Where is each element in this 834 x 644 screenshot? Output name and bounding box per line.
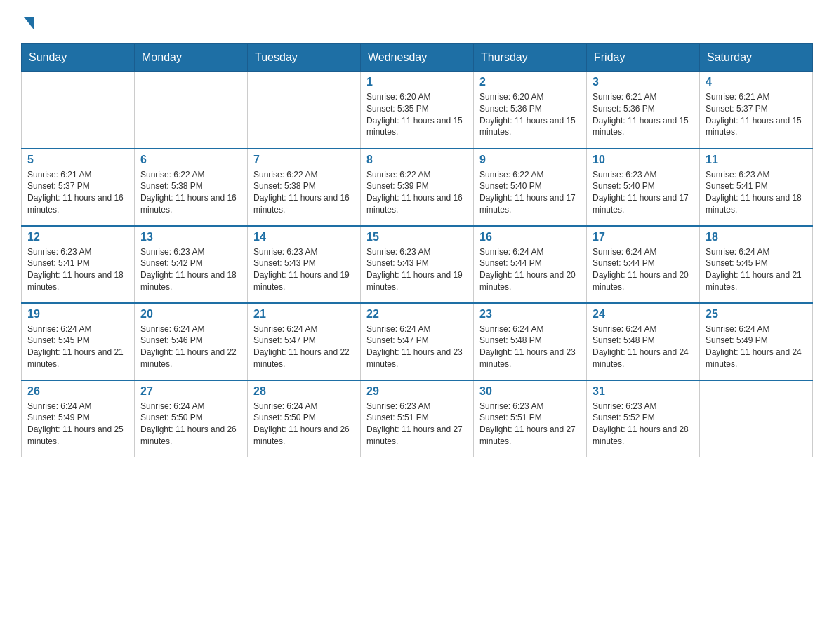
day-number: 18: [706, 231, 807, 243]
day-number: 24: [593, 308, 694, 321]
day-info: Sunrise: 6:23 AM Sunset: 5:51 PM Dayligh…: [366, 401, 468, 448]
day-info: Sunrise: 6:24 AM Sunset: 5:47 PM Dayligh…: [253, 323, 355, 370]
day-number: 9: [479, 154, 581, 166]
day-number: 5: [27, 154, 128, 166]
calendar-cell: 7Sunrise: 6:22 AM Sunset: 5:38 PM Daylig…: [248, 149, 361, 226]
weekday-header-tuesday: Tuesday: [248, 44, 361, 72]
day-info: Sunrise: 6:22 AM Sunset: 5:39 PM Dayligh…: [366, 169, 468, 216]
calendar-cell: 16Sunrise: 6:24 AM Sunset: 5:44 PM Dayli…: [474, 226, 587, 303]
day-info: Sunrise: 6:24 AM Sunset: 5:45 PM Dayligh…: [706, 246, 807, 293]
calendar-cell: 28Sunrise: 6:24 AM Sunset: 5:50 PM Dayli…: [248, 380, 361, 457]
calendar-cell: 12Sunrise: 6:23 AM Sunset: 5:41 PM Dayli…: [22, 226, 135, 303]
day-number: 16: [479, 231, 581, 243]
calendar-cell: 9Sunrise: 6:22 AM Sunset: 5:40 PM Daylig…: [474, 149, 587, 226]
week-row-4: 19Sunrise: 6:24 AM Sunset: 5:45 PM Dayli…: [22, 303, 813, 380]
calendar-cell: 10Sunrise: 6:23 AM Sunset: 5:40 PM Dayli…: [587, 149, 700, 226]
day-info: Sunrise: 6:21 AM Sunset: 5:36 PM Dayligh…: [593, 91, 694, 138]
day-number: 8: [366, 154, 468, 166]
calendar-cell: 26Sunrise: 6:24 AM Sunset: 5:49 PM Dayli…: [22, 380, 135, 457]
calendar-cell: 18Sunrise: 6:24 AM Sunset: 5:45 PM Dayli…: [700, 226, 813, 303]
calendar-table: SundayMondayTuesdayWednesdayThursdayFrid…: [21, 43, 813, 457]
day-info: Sunrise: 6:21 AM Sunset: 5:37 PM Dayligh…: [706, 91, 807, 138]
calendar-cell: 15Sunrise: 6:23 AM Sunset: 5:43 PM Dayli…: [361, 226, 474, 303]
calendar-cell: 29Sunrise: 6:23 AM Sunset: 5:51 PM Dayli…: [361, 380, 474, 457]
calendar-cell: 24Sunrise: 6:24 AM Sunset: 5:48 PM Dayli…: [587, 303, 700, 380]
calendar-cell: 25Sunrise: 6:24 AM Sunset: 5:49 PM Dayli…: [700, 303, 813, 380]
day-info: Sunrise: 6:24 AM Sunset: 5:44 PM Dayligh…: [593, 246, 694, 293]
day-number: 21: [253, 308, 355, 321]
week-row-5: 26Sunrise: 6:24 AM Sunset: 5:49 PM Dayli…: [22, 380, 813, 457]
calendar-cell: 14Sunrise: 6:23 AM Sunset: 5:43 PM Dayli…: [248, 226, 361, 303]
day-number: 27: [140, 385, 241, 398]
day-info: Sunrise: 6:23 AM Sunset: 5:41 PM Dayligh…: [27, 246, 128, 293]
day-number: 10: [593, 154, 694, 166]
weekday-header-sunday: Sunday: [22, 44, 135, 72]
calendar-cell: 17Sunrise: 6:24 AM Sunset: 5:44 PM Dayli…: [587, 226, 700, 303]
day-info: Sunrise: 6:24 AM Sunset: 5:48 PM Dayligh…: [479, 323, 581, 370]
day-info: Sunrise: 6:22 AM Sunset: 5:40 PM Dayligh…: [479, 169, 581, 216]
day-info: Sunrise: 6:22 AM Sunset: 5:38 PM Dayligh…: [140, 169, 241, 216]
day-number: 29: [366, 385, 468, 398]
day-info: Sunrise: 6:24 AM Sunset: 5:45 PM Dayligh…: [27, 323, 128, 370]
weekday-header-monday: Monday: [135, 44, 248, 72]
weekday-header-friday: Friday: [587, 44, 700, 72]
week-row-3: 12Sunrise: 6:23 AM Sunset: 5:41 PM Dayli…: [22, 226, 813, 303]
day-info: Sunrise: 6:24 AM Sunset: 5:49 PM Dayligh…: [27, 401, 128, 448]
day-number: 28: [253, 385, 355, 398]
day-number: 17: [593, 231, 694, 243]
day-number: 30: [479, 385, 581, 398]
calendar-cell: 2Sunrise: 6:20 AM Sunset: 5:36 PM Daylig…: [474, 72, 587, 149]
day-number: 20: [140, 308, 241, 321]
day-number: 31: [593, 385, 694, 398]
day-info: Sunrise: 6:21 AM Sunset: 5:37 PM Dayligh…: [27, 169, 128, 216]
calendar-cell: 30Sunrise: 6:23 AM Sunset: 5:51 PM Dayli…: [474, 380, 587, 457]
calendar-cell: 4Sunrise: 6:21 AM Sunset: 5:37 PM Daylig…: [700, 72, 813, 149]
day-info: Sunrise: 6:23 AM Sunset: 5:51 PM Dayligh…: [479, 401, 581, 448]
day-number: 23: [479, 308, 581, 321]
day-info: Sunrise: 6:24 AM Sunset: 5:46 PM Dayligh…: [140, 323, 241, 370]
day-number: 12: [27, 231, 128, 243]
day-info: Sunrise: 6:24 AM Sunset: 5:47 PM Dayligh…: [366, 323, 468, 370]
day-number: 26: [27, 385, 128, 398]
day-number: 15: [366, 231, 468, 243]
weekday-header-wednesday: Wednesday: [361, 44, 474, 72]
calendar-cell: 22Sunrise: 6:24 AM Sunset: 5:47 PM Dayli…: [361, 303, 474, 380]
calendar-cell: 31Sunrise: 6:23 AM Sunset: 5:52 PM Dayli…: [587, 380, 700, 457]
day-number: 3: [593, 76, 694, 88]
week-row-2: 5Sunrise: 6:21 AM Sunset: 5:37 PM Daylig…: [22, 149, 813, 226]
calendar-cell: 8Sunrise: 6:22 AM Sunset: 5:39 PM Daylig…: [361, 149, 474, 226]
day-number: 19: [27, 308, 128, 321]
day-number: 2: [479, 76, 581, 88]
logo: [21, 14, 34, 29]
page-header: [21, 14, 813, 29]
day-number: 4: [706, 76, 807, 88]
calendar-cell: 1Sunrise: 6:20 AM Sunset: 5:35 PM Daylig…: [361, 72, 474, 149]
calendar-cell: [700, 380, 813, 457]
day-info: Sunrise: 6:22 AM Sunset: 5:38 PM Dayligh…: [253, 169, 355, 216]
calendar-cell: [135, 72, 248, 149]
day-info: Sunrise: 6:24 AM Sunset: 5:50 PM Dayligh…: [140, 401, 241, 448]
calendar-cell: 27Sunrise: 6:24 AM Sunset: 5:50 PM Dayli…: [135, 380, 248, 457]
day-number: 22: [366, 308, 468, 321]
calendar-cell: 13Sunrise: 6:23 AM Sunset: 5:42 PM Dayli…: [135, 226, 248, 303]
calendar-cell: [22, 72, 135, 149]
calendar-cell: 19Sunrise: 6:24 AM Sunset: 5:45 PM Dayli…: [22, 303, 135, 380]
day-info: Sunrise: 6:23 AM Sunset: 5:41 PM Dayligh…: [706, 169, 807, 216]
calendar-cell: 3Sunrise: 6:21 AM Sunset: 5:36 PM Daylig…: [587, 72, 700, 149]
weekday-header-row: SundayMondayTuesdayWednesdayThursdayFrid…: [22, 44, 813, 72]
calendar-cell: 20Sunrise: 6:24 AM Sunset: 5:46 PM Dayli…: [135, 303, 248, 380]
day-info: Sunrise: 6:23 AM Sunset: 5:42 PM Dayligh…: [140, 246, 241, 293]
weekday-header-saturday: Saturday: [700, 44, 813, 72]
day-info: Sunrise: 6:23 AM Sunset: 5:52 PM Dayligh…: [593, 401, 694, 448]
calendar-cell: 5Sunrise: 6:21 AM Sunset: 5:37 PM Daylig…: [22, 149, 135, 226]
day-info: Sunrise: 6:23 AM Sunset: 5:43 PM Dayligh…: [366, 246, 468, 293]
calendar-cell: 6Sunrise: 6:22 AM Sunset: 5:38 PM Daylig…: [135, 149, 248, 226]
day-number: 7: [253, 154, 355, 166]
day-number: 1: [366, 76, 468, 88]
day-info: Sunrise: 6:24 AM Sunset: 5:48 PM Dayligh…: [593, 323, 694, 370]
calendar-cell: 23Sunrise: 6:24 AM Sunset: 5:48 PM Dayli…: [474, 303, 587, 380]
day-info: Sunrise: 6:24 AM Sunset: 5:49 PM Dayligh…: [706, 323, 807, 370]
week-row-1: 1Sunrise: 6:20 AM Sunset: 5:35 PM Daylig…: [22, 72, 813, 149]
calendar-cell: 21Sunrise: 6:24 AM Sunset: 5:47 PM Dayli…: [248, 303, 361, 380]
day-info: Sunrise: 6:24 AM Sunset: 5:50 PM Dayligh…: [253, 401, 355, 448]
